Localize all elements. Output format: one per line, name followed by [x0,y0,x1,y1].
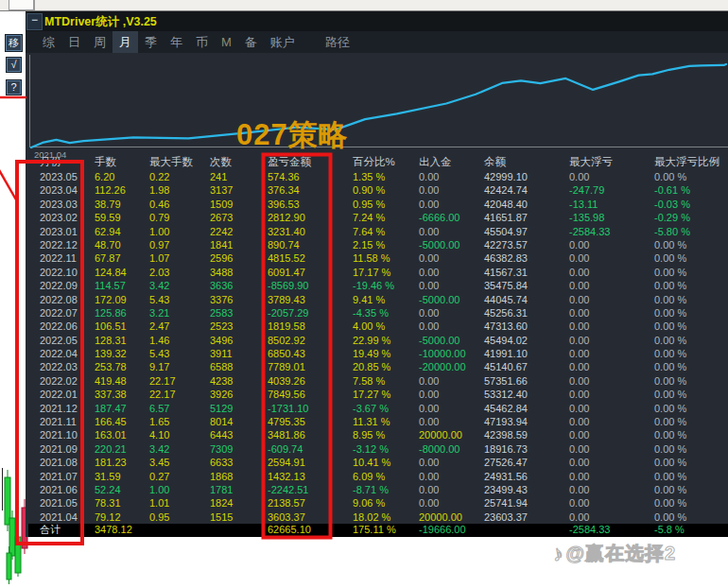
cell-4: 8502.92 [268,334,353,347]
cell-6: 0.00 [419,483,484,496]
cell-2: 0.22 [149,170,210,183]
cell-2: 最大手数 [149,154,210,170]
cell-8: 0.00 [569,374,654,388]
cell-6: 0.00 [419,251,484,265]
minimize-button[interactable]: − [26,13,43,30]
menu-item-日[interactable]: 日 [61,31,87,53]
cell-0: 2022.11 [40,251,95,265]
cell-1: 253.78 [95,360,149,373]
cell-8: 最大浮亏 [569,154,654,170]
cell-8: 0.00 [569,483,654,496]
cell-1: 128.31 [95,334,149,347]
table-row: 2021.12187.476.575129-1731.10-3.67 %0.00… [28,402,728,415]
cell-5: 2.15 % [353,238,419,251]
host-toolbar-button[interactable] [9,0,34,10]
cell-9: 0.00 % [654,293,728,306]
cell-2: 0.97 [149,238,210,251]
help-button[interactable]: ? [6,79,22,95]
cell-3: 3376 [210,293,268,306]
table-row: 2021.0479.120.9515153603.3718.02 %20000.… [28,510,728,524]
cell-6: 0.00 [419,183,484,197]
cell-9: -0.61 % [654,183,728,197]
menu-item-年[interactable]: 年 [164,31,189,53]
cell-8: 0.00 [569,279,654,292]
menu-item-M[interactable]: M [215,31,238,53]
cell-8: -135.98 [569,211,654,224]
table-row: 2022.07125.863.212583-2057.29-4.35 %0.00… [28,306,728,320]
cell-1: 手数 [95,154,149,170]
cell-3: 6588 [210,360,268,373]
cell-2: 0.27 [149,470,210,483]
cell-0: 合计 [40,524,95,537]
menu-item-账户[interactable]: 账户 [264,31,302,53]
cell-0: 2023.04 [40,183,95,197]
cell-4: 4039.26 [268,374,353,388]
menu-item-综[interactable]: 综 [36,31,61,53]
red-marker-line-diagonal [0,168,17,201]
cell-8: -13.11 [569,198,654,211]
cell-0: 2022.01 [40,388,95,401]
window-titlebar[interactable]: − MTDriver统计 ,V3.25 [26,11,728,31]
cell-4: 盈亏金额 [268,154,353,170]
cell-9: 0.00 % [654,510,728,524]
cell-7 [484,524,569,537]
cell-9: 0.00 % [654,388,728,401]
menu-item-币[interactable]: 币 [189,31,215,53]
cell-0: 2023.05 [40,170,95,183]
cell-7: 23603.37 [484,510,569,524]
cell-7: 45256.31 [484,306,569,320]
menu-item-月[interactable]: 月 [113,31,138,53]
cell-3 [210,524,268,537]
cell-9: 0.00 % [654,402,728,415]
cell-9: 0.00 % [654,251,728,265]
table-row: 2022.05128.311.4634968502.9222.99 %-5000… [28,334,728,347]
move-window-button[interactable]: 移 [5,34,23,52]
cell-2: 6.57 [149,402,210,415]
cell-7: 18916.73 [484,442,569,456]
monthly-stats-table: 月份手数最大手数次数盈亏金额百分比%出入金余额最大浮亏最大浮亏比例2023.05… [28,154,728,537]
cell-6: 0.00 [419,374,484,388]
cell-6: 0.00 [419,266,484,279]
cell-8: 0.00 [569,470,654,483]
cell-3: 3137 [210,183,268,197]
menu-item-path[interactable]: 路径 [320,31,355,53]
cell-2: 0.79 [149,211,210,224]
cell-7: 42398.59 [484,428,569,441]
cell-3: 2673 [210,211,268,224]
cell-8: 0.00 [569,456,654,469]
table-row: 2021.09220.213.427309-609.74-3.12 %-8000… [28,442,728,456]
cell-1: 48.70 [95,238,149,251]
menu-item-季[interactable]: 季 [138,31,164,53]
cell-1: 166.45 [95,415,149,428]
cell-0: 2021.11 [40,415,95,428]
cell-4: 2138.57 [268,496,353,510]
cell-4: 2594.91 [268,456,353,469]
cell-3: 1841 [210,238,268,251]
cell-2: 0.95 [149,510,210,524]
cell-5: 22.99 % [353,334,419,347]
cell-4: 2812.90 [268,211,353,224]
cell-9: -5.80 % [654,225,728,238]
cell-0: 2022.10 [40,266,95,279]
cell-8: 0.00 [569,402,654,415]
cell-4: 6091.47 [268,266,353,279]
cell-0: 2021.05 [40,496,95,510]
cell-0: 2022.07 [40,306,95,320]
cell-9: 最大浮亏比例 [654,154,728,170]
cell-8: -2584.33 [569,524,654,537]
table-row: 2021.0652.241.001781-2242.51-8.71 %0.002… [28,483,728,496]
cell-7: 27526.47 [484,456,569,469]
cell-4: 396.53 [268,198,353,211]
cell-3: 3911 [210,347,268,360]
table-row: 2022.04139.325.4339116850.4319.49 %-1000… [28,347,728,360]
cell-4: 574.36 [268,170,353,183]
cell-7: 45504.97 [484,225,569,238]
menu-item-周[interactable]: 周 [87,31,113,53]
cell-2: 2.47 [149,320,210,333]
cell-0: 2022.05 [40,334,95,347]
cell-1: 114.57 [95,279,149,292]
menu-item-备[interactable]: 备 [238,31,264,53]
cell-4: 376.34 [268,183,353,197]
check-button[interactable]: √ [6,57,22,73]
cell-3: 241 [210,170,268,183]
